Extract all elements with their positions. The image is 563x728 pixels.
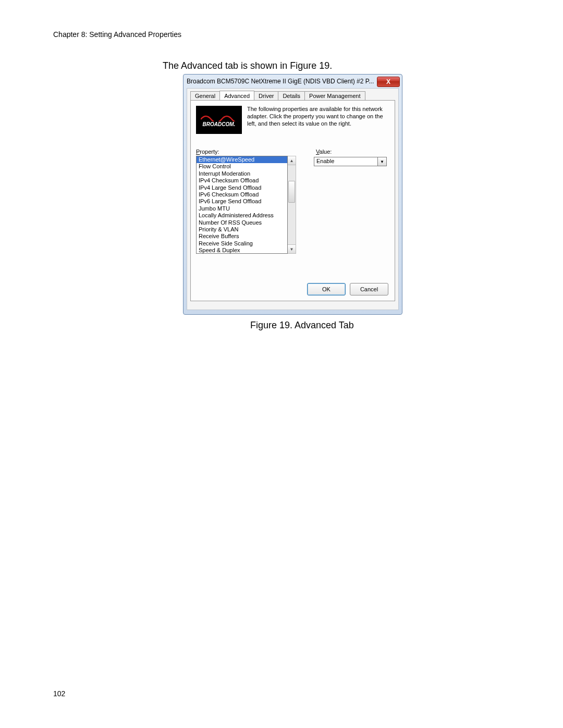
value-combobox[interactable]: Enable ▼ [314,157,387,166]
listbox-scrollbar[interactable]: ▲ ▼ [288,156,296,254]
value-label: Value: [316,149,332,155]
figure-caption: Figure 19. Advanced Tab [250,320,354,331]
broadcom-wave-icon [201,113,237,121]
close-icon: X [386,78,390,85]
tab-driver[interactable]: Driver [254,91,278,101]
property-label: Property: [196,149,305,155]
list-item[interactable]: Jumbo MTU [197,205,287,212]
list-item[interactable]: Interrupt Moderation [197,170,287,177]
list-item[interactable]: Receive Side Scaling [197,240,287,247]
list-item[interactable]: IPv6 Large Send Offload [197,198,287,205]
value-selected: Enable [314,157,377,166]
cancel-button[interactable]: Cancel [350,283,388,295]
list-item[interactable]: IPv4 Large Send Offload [197,184,287,191]
list-item[interactable]: Priority & VLAN [197,226,287,233]
chevron-up-icon: ▲ [290,158,294,163]
close-button[interactable]: X [377,77,400,87]
tab-details[interactable]: Details [278,91,305,101]
scroll-up-button[interactable]: ▲ [288,156,296,165]
list-item[interactable]: IPv4 Checksum Offload [197,177,287,184]
properties-dialog: Broadcom BCM5709C NetXtreme II GigE (NDI… [183,74,402,315]
tab-power-management[interactable]: Power Management [304,91,365,101]
description-text: The following properties are available f… [247,106,389,134]
property-listbox[interactable]: Ethernet@WireSpeed Flow Control Interrup… [196,156,288,254]
ok-button[interactable]: OK [307,283,346,295]
lead-text: The Advanced tab is shown in Figure 19. [163,60,332,71]
tab-general[interactable]: General [190,91,220,101]
list-item[interactable]: Receive Buffers [197,233,287,240]
tab-panel-advanced: BROADCOM. The following properties are a… [190,100,395,301]
list-item[interactable]: Locally Administered Address [197,212,287,219]
vendor-logo: BROADCOM. [196,106,242,134]
titlebar: Broadcom BCM5709C NetXtreme II GigE (NDI… [183,75,402,88]
vendor-logo-text: BROADCOM. [203,121,236,127]
page-number: 102 [53,689,65,698]
chevron-down-icon: ▼ [290,247,294,252]
list-item[interactable]: Speed & Duplex [197,247,287,254]
chevron-down-icon: ▼ [380,159,384,164]
list-item[interactable]: Number Of RSS Queues [197,219,287,226]
list-item[interactable]: IPv6 Checksum Offload [197,191,287,198]
tab-advanced[interactable]: Advanced [219,91,254,100]
scroll-down-button[interactable]: ▼ [288,244,296,253]
list-item[interactable]: Flow Control [197,163,287,170]
scroll-track[interactable] [288,165,296,244]
window-title: Broadcom BCM5709C NetXtreme II GigE (NDI… [187,78,377,85]
dropdown-button[interactable]: ▼ [377,157,386,166]
list-item[interactable]: Ethernet@WireSpeed [197,156,287,163]
tabstrip: General Advanced Driver Details Power Ma… [190,91,398,100]
chapter-header: Chapter 8: Setting Advanced Properties [53,30,181,39]
scroll-thumb[interactable] [288,181,295,203]
dialog-body: General Advanced Driver Details Power Ma… [187,88,399,310]
